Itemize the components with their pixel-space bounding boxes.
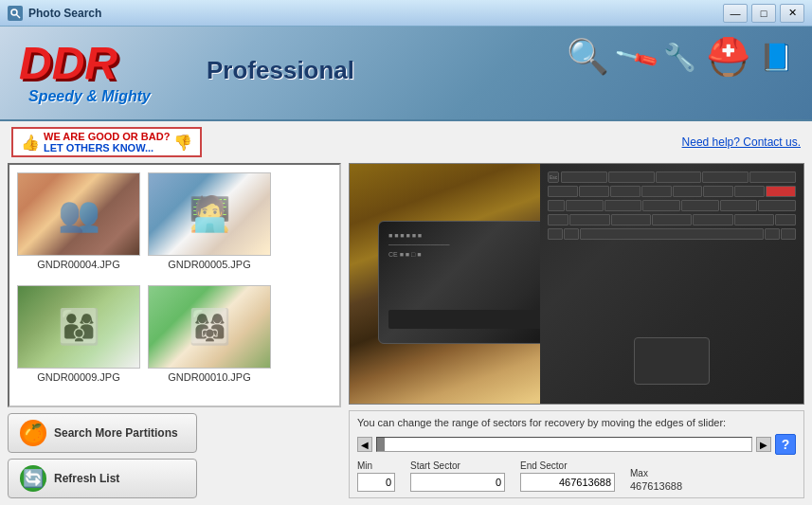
window-controls: — □ ✕ (723, 4, 804, 23)
laptop-keyboard: Esc (540, 164, 803, 404)
top-bar: 👍 WE ARE GOOD OR BAD? LET OTHERS KNOW...… (0, 121, 812, 163)
tagline: Speedy & Mighty (28, 88, 354, 105)
main-content: 👍 WE ARE GOOD OR BAD? LET OTHERS KNOW...… (0, 121, 812, 505)
thumbs-up-icon: 👍 (21, 134, 40, 152)
titlebar: Photo Search — □ ✕ (0, 0, 812, 27)
start-sector-field-group: Start Sector (410, 460, 505, 492)
header-icons: 🔍 🪛 🔧 ⛑️ 📘 (567, 36, 793, 78)
close-button[interactable]: ✕ (780, 4, 804, 23)
maximize-button[interactable]: □ (751, 4, 776, 23)
trackpad (634, 337, 710, 385)
thumbnail-row-1: 👥 GNDR00004.JPG 🧑‍💻 GNDR00005.JPG (17, 172, 332, 270)
max-value: 467613688 (630, 480, 682, 492)
left-buttons: 🍊 Search More Partitions 🔄 Refresh List (8, 413, 341, 498)
thumbnail-item-4[interactable]: 👩‍👩‍👧 GNDR00010.JPG (148, 285, 271, 383)
minimize-button[interactable]: — (723, 4, 748, 23)
thumbnail-image-4: 👩‍👩‍👧 (148, 285, 271, 369)
window-title: Photo Search (28, 7, 723, 20)
thumbnail-image-1: 👥 (17, 172, 140, 256)
end-sector-field-group: End Sector (520, 460, 615, 492)
thumbnail-item-2[interactable]: 🧑‍💻 GNDR00005.JPG (148, 172, 271, 270)
rating-text: WE ARE GOOD OR BAD? LET OTHERS KNOW... (44, 131, 170, 153)
preview-image: ■ ■ ■ ■ ■ ■ ───────────── CE ■ ■ □ ■ Esc (349, 163, 804, 405)
left-panel: 👥 GNDR00004.JPG 🧑‍💻 GNDR00005.JPG (8, 163, 341, 498)
end-sector-input[interactable] (520, 473, 615, 492)
thumbnail-image-3: 👨‍👩‍👦 (17, 285, 140, 369)
wrench-icon: 🔧 (663, 42, 696, 73)
thumbnail-image-2: 🧑‍💻 (148, 172, 271, 256)
helmet-icon: ⛑️ (706, 36, 750, 78)
thumbnail-label-4: GNDR00010.JPG (168, 371, 250, 383)
min-input[interactable] (357, 473, 395, 492)
thumbnail-label-1: GNDR00004.JPG (37, 259, 119, 270)
slider-container: ◀ ▶ ? (357, 434, 796, 455)
thumbnail-label-3: GNDR00009.JPG (37, 371, 119, 383)
min-label: Min (357, 460, 372, 471)
start-sector-input[interactable] (410, 473, 505, 492)
sector-description: You can change the range of sectors for … (357, 417, 796, 428)
search-icon: 🍊 (20, 420, 46, 446)
search-more-button[interactable]: 🍊 Search More Partitions (8, 413, 197, 453)
ddr-logo: DDR (19, 41, 117, 86)
max-field-group: Max 467613688 (630, 468, 682, 492)
refresh-button[interactable]: 🔄 Refresh List (8, 459, 197, 498)
refresh-icon: 🔄 (20, 465, 46, 492)
slider-right-btn[interactable]: ▶ (756, 437, 771, 452)
slider-thumb[interactable] (377, 438, 385, 451)
book-icon: 📘 (760, 42, 793, 73)
logo-area: DDR Professional Speedy & Mighty (19, 41, 354, 105)
slider-left-btn[interactable]: ◀ (357, 437, 372, 452)
refresh-label: Refresh List (54, 472, 119, 485)
header-banner: DDR Professional Speedy & Mighty 🔍 🪛 🔧 ⛑… (0, 27, 812, 121)
start-sector-label: Start Sector (410, 460, 460, 471)
screwdriver-icon: 🪛 (613, 34, 660, 81)
content-panels: 👥 GNDR00004.JPG 🧑‍💻 GNDR00005.JPG (0, 163, 812, 505)
svg-line-1 (16, 14, 20, 18)
max-label: Max (630, 468, 648, 478)
professional-text: Professional (207, 56, 354, 85)
thumbnail-item-1[interactable]: 👥 GNDR00004.JPG (17, 172, 140, 270)
thumbnail-label-2: GNDR00005.JPG (168, 259, 250, 270)
rating-badge[interactable]: 👍 WE ARE GOOD OR BAD? LET OTHERS KNOW...… (11, 127, 202, 157)
right-panel: ■ ■ ■ ■ ■ ■ ───────────── CE ■ ■ □ ■ Esc (349, 163, 804, 498)
search-more-label: Search More Partitions (54, 426, 178, 440)
sector-controls: You can change the range of sectors for … (349, 410, 804, 498)
app-icon (8, 6, 23, 21)
thumbnail-row-2: 👨‍👩‍👦 GNDR00009.JPG 👩‍👩‍👧 GNDR00010.JPG (17, 285, 332, 383)
min-field-group: Min (357, 460, 395, 492)
rating-line1: WE ARE GOOD OR BAD? (44, 131, 170, 142)
rating-line2: LET OTHERS KNOW... (44, 142, 170, 153)
thumbnail-grid[interactable]: 👥 GNDR00004.JPG 🧑‍💻 GNDR00005.JPG (8, 163, 341, 407)
magnifier-icon: 🔍 (567, 37, 609, 77)
help-button[interactable]: ? (775, 434, 796, 455)
sector-row: Min Start Sector End Sector Max 46761368… (357, 460, 796, 492)
thumbs-down-icon: 👎 (173, 134, 192, 152)
hdd-device: ■ ■ ■ ■ ■ ■ ───────────── CE ■ ■ □ ■ (378, 221, 568, 344)
end-sector-label: End Sector (520, 460, 567, 471)
thumbnail-item-3[interactable]: 👨‍👩‍👦 GNDR00009.JPG (17, 285, 140, 383)
need-help-link[interactable]: Need help? Contact us. (682, 135, 801, 149)
slider-track[interactable] (376, 437, 752, 452)
